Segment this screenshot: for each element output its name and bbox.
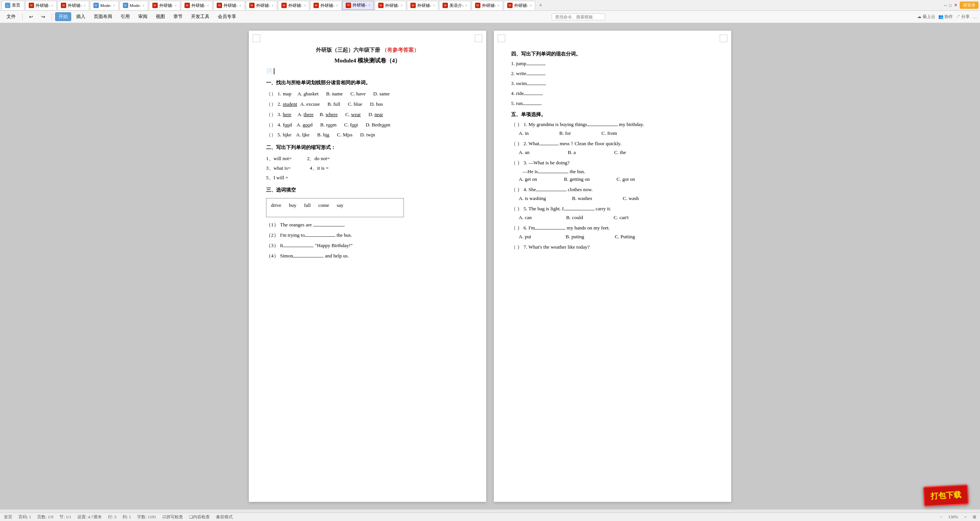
tab-home-label: 首页: [12, 2, 20, 8]
tab-9[interactable]: W 外研辅- ×: [278, 1, 309, 10]
s4-q1: 1. jump: [511, 61, 714, 67]
maximize-icon[interactable]: □: [949, 3, 952, 8]
undo-button[interactable]: ↩: [26, 13, 36, 21]
mc-q3-answer-line: —He is the bus.: [523, 169, 714, 175]
tab-12[interactable]: W 外研辅- ×: [375, 1, 406, 10]
main-document-area: 外研版（三起）六年级下册 （有参考答案） Module4 模块测试卷（4） 📄 …: [0, 23, 980, 510]
tab-7[interactable]: W 外研辅- ×: [213, 1, 245, 10]
section2-5: 5、I will =: [266, 174, 288, 182]
s3q2-text: I'm trying to the bus.: [280, 231, 352, 239]
mc-q5-paren2: ）: [517, 206, 522, 211]
tab-2[interactable]: W 外研辅- ×: [57, 1, 89, 10]
layout-button[interactable]: 页面布局: [90, 12, 116, 21]
section4-title: 四、写出下列单词的现在分词。: [511, 51, 714, 57]
tab-12-close[interactable]: ×: [400, 3, 403, 8]
signin-button[interactable]: 请登录: [960, 2, 978, 9]
tab-14[interactable]: W 美语介- ×: [439, 1, 470, 10]
mc-q2-b: B. a: [568, 149, 576, 156]
share-button[interactable]: ↗ 分享: [956, 14, 970, 20]
view-button[interactable]: 视图: [152, 12, 168, 21]
q5-paren: （）: [266, 131, 276, 139]
tab-7-close[interactable]: ×: [239, 3, 242, 8]
s4q4-word: ride: [516, 90, 543, 96]
s3q2-num: （2）: [266, 231, 279, 239]
collab-button[interactable]: 👥 协作: [938, 14, 953, 20]
mc-q1-paren: （: [511, 121, 517, 127]
tab-doc-icon-5: W: [152, 3, 158, 8]
mc-q6-paren2: ）: [517, 225, 522, 231]
question-4: （） 4. food A. good B. room C. foot D. Be…: [266, 121, 469, 129]
s3q1-text: The oranges are .: [280, 221, 345, 229]
close-icon[interactable]: ✕: [954, 3, 957, 8]
tab-16[interactable]: W 外研辅- ×: [504, 1, 535, 10]
download-badge[interactable]: 打包下载: [923, 484, 969, 507]
tab-add-button[interactable]: +: [536, 1, 545, 10]
minimize-icon[interactable]: ─: [944, 3, 947, 8]
q2-word: student: [283, 100, 297, 108]
q3-paren: （）: [266, 111, 276, 119]
mc-q7-num: 7. What's the weather like today?: [524, 244, 590, 250]
s4q3-num: 3.: [511, 80, 515, 86]
tab-3-close[interactable]: ×: [113, 3, 115, 8]
tab-8-close[interactable]: ×: [271, 3, 274, 8]
right-corner-mark-tl: [498, 34, 505, 42]
tab-14-close[interactable]: ×: [465, 3, 467, 8]
cloud-button[interactable]: ☁ 最上云: [917, 14, 935, 20]
q5-num: 5.: [278, 131, 281, 139]
redo-button[interactable]: ↪: [38, 13, 49, 21]
mc-q3-c: C. got on: [617, 176, 635, 182]
tab-16-close[interactable]: ×: [530, 3, 532, 8]
tab-10[interactable]: W 外研辅- ×: [310, 1, 341, 10]
tab-home[interactable]: ⌂ 首页: [2, 1, 24, 10]
tab-1-close[interactable]: ×: [51, 3, 54, 8]
tab-6-close[interactable]: ×: [207, 3, 209, 8]
tab-15[interactable]: W 外研辅- ×: [472, 1, 503, 10]
s3q4-num: （4）: [266, 252, 279, 260]
q5-a: A. like: [296, 131, 309, 139]
tab-15-close[interactable]: ×: [497, 3, 500, 8]
browser-tab-bar[interactable]: ⌂ 首页 W 外研辅- × W 外研辅- × W Mode- × W Mode-…: [0, 0, 980, 11]
right-corner-mark-tr: [720, 34, 727, 42]
q1-d: D. same: [373, 90, 390, 98]
tab-13[interactable]: W 外研辅- ×: [407, 1, 438, 10]
s4q5-word: run: [516, 100, 542, 106]
q3-word: here: [283, 111, 291, 119]
mc-q3-num: 3. —What is he doing?: [524, 160, 570, 165]
tab-4[interactable]: W Mode- ×: [119, 1, 148, 10]
tab-5[interactable]: W 外研辅- ×: [149, 1, 180, 10]
tab-5-close[interactable]: ×: [175, 3, 177, 8]
mc-q1-paren2: ）: [517, 121, 522, 127]
q1-c: C. have: [350, 90, 366, 98]
ellipsis-icon[interactable]: …: [973, 15, 977, 19]
mc-q2-c: C. the: [614, 149, 626, 156]
tab-1[interactable]: W 外研辅- ×: [25, 1, 57, 10]
q2-d: D. bus: [370, 100, 383, 108]
s4-q4: 4. ride: [511, 90, 714, 97]
review-button[interactable]: 审阅: [135, 12, 151, 21]
dev-button[interactable]: 开发工具: [188, 12, 213, 21]
tab-6[interactable]: W 外研辅- ×: [181, 1, 212, 10]
tab-3[interactable]: W Mode- ×: [90, 1, 119, 10]
tab-9-label: 外研辅-: [288, 3, 302, 8]
mc-q6-c: C. Putting: [615, 234, 635, 240]
section2-3: 3、what is=: [266, 164, 291, 172]
tab-9-close[interactable]: ×: [304, 3, 306, 8]
tab-2-close[interactable]: ×: [83, 3, 86, 8]
menu-file[interactable]: 文件: [3, 12, 19, 21]
insert-button[interactable]: 插入: [73, 12, 89, 21]
mc-q2: （ ） 2. What mess！Clean the floor quickly…: [511, 140, 714, 147]
tab-11[interactable]: W 外研辅- ×: [342, 1, 374, 10]
tab-10-close[interactable]: ×: [336, 3, 338, 8]
tab-11-close[interactable]: ×: [368, 3, 371, 7]
question-5: （） 5. bike A. like B. big C. Miss D. twi…: [266, 131, 469, 139]
search-input[interactable]: [552, 13, 605, 20]
mc-q6-a: A. put: [519, 234, 531, 240]
member-button[interactable]: 会员专享: [214, 12, 240, 21]
start-button[interactable]: 开始: [55, 12, 71, 21]
tab-4-close[interactable]: ×: [142, 3, 145, 8]
reference-button[interactable]: 引用: [117, 12, 133, 21]
tab-13-close[interactable]: ×: [433, 3, 435, 8]
chapter-button[interactable]: 章节: [170, 12, 186, 21]
cursor-area[interactable]: 📄: [266, 68, 469, 74]
tab-8[interactable]: W 外研辅- ×: [246, 1, 277, 10]
